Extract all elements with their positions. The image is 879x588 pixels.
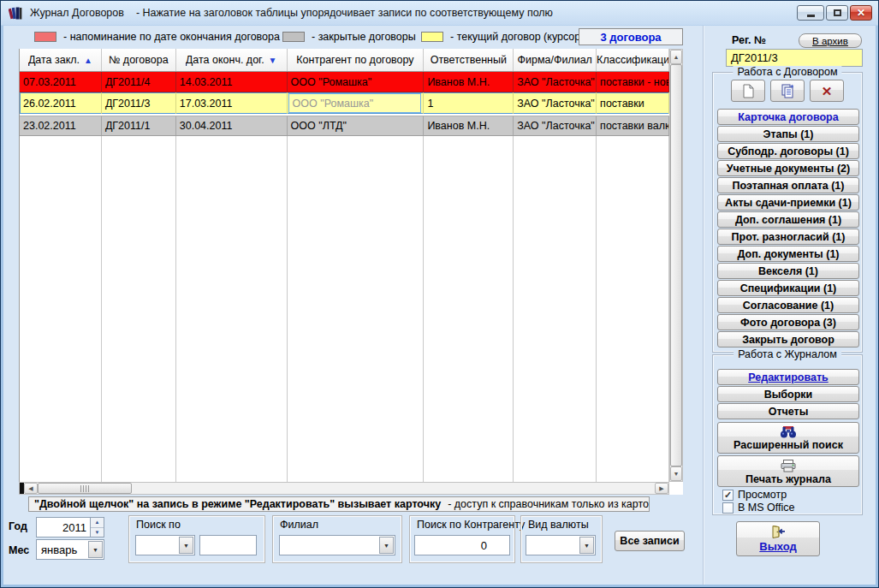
- year-value[interactable]: 2011: [37, 518, 90, 537]
- table-cell: ДГ2011/4: [102, 72, 176, 92]
- table-empty-grid: [20, 136, 669, 482]
- print-journal-label: Печать журнала: [745, 473, 831, 485]
- table-cell: 14.03.2011: [176, 72, 288, 92]
- column-header-label: Ответственный: [431, 54, 507, 66]
- contract-section-button[interactable]: Этапы (1): [717, 126, 859, 142]
- year-spin-buttons[interactable]: ▲ ▼: [90, 518, 104, 537]
- chevron-down-icon[interactable]: ▼: [579, 537, 594, 554]
- chevron-down-icon[interactable]: ▼: [379, 537, 394, 554]
- chevron-down-icon[interactable]: ▼: [179, 537, 193, 554]
- contract-card-button[interactable]: Карточка договора: [717, 109, 859, 125]
- scroll-up-icon[interactable]: ▲: [670, 50, 682, 64]
- table-cell: 07.03.2011: [20, 72, 102, 92]
- contract-section-button[interactable]: Поэтапная оплата (1): [717, 177, 859, 193]
- contract-section-button[interactable]: Согласование (1): [717, 297, 859, 313]
- titlebar: Журнал Договоров - Нажатие на заголовок …: [1, 1, 878, 25]
- currency-select[interactable]: ▼: [526, 535, 596, 555]
- all-records-button[interactable]: Все записи: [615, 531, 685, 551]
- table-row[interactable]: 23.02.2011ДГ2011/130.04.2011ООО "ЛТД"Ива…: [20, 116, 669, 136]
- chevron-down-icon[interactable]: ▼: [88, 541, 103, 558]
- column-header-label: Дата закл.: [28, 54, 80, 66]
- copy-document-icon: [781, 84, 795, 98]
- journal-group: Работа с Журналом Редактировать ВыборкиО…: [712, 354, 863, 515]
- column-header-label: Контрагент по договору: [296, 54, 413, 66]
- column-header-label: Фирма/Филиал: [517, 54, 591, 66]
- column-header-label: Дата оконч. дог.: [186, 54, 264, 66]
- search-by-input[interactable]: [199, 535, 257, 555]
- grid-column: [288, 136, 425, 482]
- close-button[interactable]: ✕: [850, 5, 872, 21]
- branch-label: Филиал: [280, 519, 318, 531]
- new-contract-button[interactable]: [731, 80, 765, 102]
- unchecked-checkbox[interactable]: [722, 502, 733, 514]
- column-header-5[interactable]: Ответственный: [424, 49, 514, 71]
- journal-section-button[interactable]: Выборки: [717, 386, 859, 402]
- print-journal-button[interactable]: Печать журнала: [717, 455, 859, 487]
- contract-section-button[interactable]: Векселя (1): [717, 263, 859, 279]
- month-select[interactable]: январь ▼: [36, 539, 104, 560]
- column-header-4[interactable]: Контрагент по договору: [288, 49, 425, 71]
- contractor-search-value: 0: [481, 539, 487, 552]
- column-header-7[interactable]: Классификация: [597, 49, 669, 71]
- contractor-search-input[interactable]: 0: [414, 535, 510, 555]
- reg-number-field[interactable]: ДГ2011/3: [726, 49, 863, 67]
- year-stepper[interactable]: 2011 ▲ ▼: [36, 517, 104, 538]
- journal-group-title: Работа с Журналом: [733, 348, 841, 360]
- status-bar: "Двойной щелчок" на запись в режиме "Ред…: [28, 496, 650, 512]
- contract-icon-toolbar: ✕: [713, 80, 862, 102]
- search-by-value: [136, 536, 178, 555]
- minimize-button[interactable]: [797, 5, 824, 21]
- checked-checkbox[interactable]: ✓: [722, 490, 733, 501]
- contract-section-button[interactable]: Акты сдачи-приемки (1): [717, 194, 859, 211]
- vertical-scroll-thumb[interactable]: [670, 64, 682, 466]
- table-cell: ООО "ЛТД": [288, 116, 425, 135]
- column-header-6[interactable]: Фирма/Филиал: [514, 49, 597, 71]
- exit-button[interactable]: Выход: [736, 521, 820, 556]
- copy-contract-button[interactable]: [770, 80, 805, 102]
- archive-button[interactable]: В архив: [799, 33, 862, 48]
- contract-section-button[interactable]: Доп. документы (1): [717, 246, 859, 262]
- table-cell: ЗАО "Ласточка": [514, 72, 597, 92]
- contract-section-button[interactable]: Прот. разногласий (1): [717, 229, 859, 245]
- spin-up-icon[interactable]: ▲: [91, 518, 104, 528]
- delete-contract-button[interactable]: ✕: [810, 80, 844, 102]
- table-row[interactable]: 26.02.2011ДГ2011/317.03.2011ООО "Ромашка…: [20, 92, 669, 114]
- table-row[interactable]: 07.03.2011ДГ2011/414.03.2011ООО "Ромашка…: [20, 72, 669, 92]
- table-cell: ЗАО "Ласточка": [514, 116, 597, 135]
- contract-section-button[interactable]: Учетные документы (2): [717, 160, 859, 176]
- checkbox-label: В MS Office: [738, 502, 794, 514]
- contract-section-button[interactable]: Спецификации (1): [717, 280, 859, 296]
- vertical-scrollbar[interactable]: ▲ ▼: [669, 49, 683, 482]
- grid-column: [597, 136, 669, 482]
- horizontal-scroll-thumb[interactable]: [38, 483, 132, 494]
- contract-section-button[interactable]: Доп. соглашения (1): [717, 211, 859, 228]
- scroll-right-icon[interactable]: ▶: [655, 483, 668, 494]
- column-header-3[interactable]: Дата оконч. дог.▼: [176, 49, 288, 71]
- column-header-2[interactable]: № договора: [102, 49, 176, 71]
- contract-section-button[interactable]: Субподр. договоры (1): [717, 143, 859, 159]
- branch-select[interactable]: ▼: [279, 535, 395, 555]
- journal-section-button[interactable]: Отчеты: [717, 403, 859, 419]
- column-header-1[interactable]: Дата закл.▲: [20, 49, 102, 71]
- scroll-track[interactable]: [132, 483, 655, 494]
- contract-section-button[interactable]: Фото договора (3): [717, 314, 859, 330]
- thumb-grip: [80, 485, 89, 492]
- advanced-search-button[interactable]: Расширенный поиск: [717, 422, 859, 454]
- edit-mode-button[interactable]: Редактировать: [717, 369, 859, 385]
- month-value: январь: [37, 540, 87, 559]
- restore-button[interactable]: [826, 5, 848, 21]
- year-label: Год: [9, 520, 27, 532]
- status-hint-bold: "Двойной щелчок" на запись в режиме "Ред…: [34, 498, 441, 510]
- horizontal-scrollbar[interactable]: ◀ ▶: [19, 482, 669, 495]
- checkbox-row: В MS Office: [722, 502, 794, 514]
- scroll-left-icon[interactable]: ◀: [24, 483, 38, 494]
- spin-down-icon[interactable]: ▼: [91, 528, 104, 538]
- sort-asc-icon: ▲: [84, 56, 92, 65]
- checkbox-row: ✓Просмотр: [722, 489, 787, 501]
- contract-section-button[interactable]: Закрыть договор: [717, 331, 859, 347]
- table-cell: 26.02.2011: [20, 92, 102, 114]
- search-by-select[interactable]: ▼: [135, 535, 195, 555]
- panel-divider: [703, 26, 704, 585]
- scroll-down-icon[interactable]: ▼: [670, 466, 682, 481]
- focused-cell[interactable]: ООО "Ромашка": [288, 93, 422, 113]
